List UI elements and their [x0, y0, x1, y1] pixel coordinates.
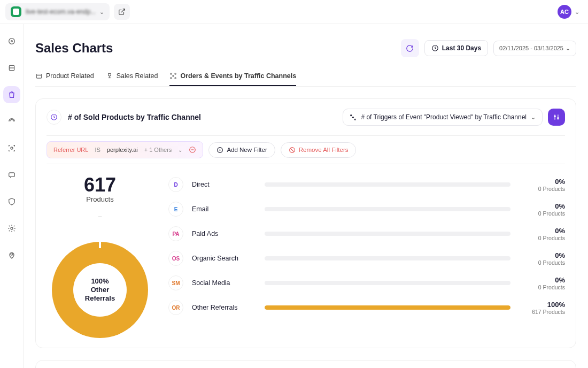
channel-badge: D: [168, 177, 183, 192]
nav-item-sales[interactable]: [3, 86, 20, 103]
nav-item-8[interactable]: [3, 247, 20, 264]
svg-point-25: [554, 116, 555, 117]
network-icon: [350, 114, 357, 121]
channel-pct: 0%: [519, 251, 565, 259]
date-range-picker[interactable]: 02/11/2025 - 03/13/2025 ⌄: [493, 41, 576, 56]
chevron-down-icon: ⌄: [531, 114, 536, 121]
tab-label: Sales Related: [117, 72, 158, 80]
filter-chip[interactable]: Referrer URL IS perplexity.ai + 1 Others…: [47, 141, 203, 158]
channel-badge: E: [168, 202, 183, 217]
donut-pct: 100%: [91, 277, 109, 286]
chevron-down-icon: ⌄: [178, 147, 182, 153]
panel-number-of-orders: Number of Orders by Traffic Channel Numb…: [35, 360, 576, 368]
tab-label: Product Related: [46, 72, 94, 80]
filter-extra: + 1 Others: [144, 147, 172, 153]
svg-rect-6: [9, 173, 14, 177]
project-logo-icon: [11, 6, 21, 17]
network-icon: [169, 72, 177, 80]
channel-bar: [265, 182, 510, 187]
channel-pct: 0%: [519, 202, 565, 210]
total-label: Products: [47, 195, 153, 203]
filter-key: Referrer URL: [53, 147, 88, 153]
user-menu[interactable]: AC ⌄: [558, 5, 579, 19]
tab-sales-related[interactable]: Sales Related: [106, 67, 158, 86]
channel-badge: OR: [168, 300, 183, 315]
svg-point-2: [11, 41, 12, 42]
nav-item-7[interactable]: [3, 220, 20, 237]
tab-orders-events[interactable]: Orders & Events by Traffic Channels: [169, 67, 296, 86]
svg-point-5: [11, 147, 13, 149]
channel-row: PAPaid Ads0%0 Products: [168, 226, 565, 241]
svg-point-15: [171, 73, 172, 74]
svg-line-33: [290, 148, 294, 152]
minus-circle-icon: [189, 146, 196, 154]
user-pin-icon: [7, 251, 16, 259]
svg-point-14: [173, 75, 174, 76]
panel-settings-button[interactable]: [548, 109, 565, 126]
channel-bar: [265, 281, 510, 285]
refresh-icon: [406, 44, 414, 52]
chevron-down-icon: ⌄: [566, 45, 570, 52]
external-link-icon: [118, 8, 126, 16]
date-range-text: 02/11/2025 - 03/13/2025: [499, 45, 563, 51]
total-value: 617: [47, 174, 153, 196]
donut-label-2: Referrals: [85, 294, 115, 303]
channel-bar: [265, 207, 510, 211]
filter-op: IS: [95, 147, 100, 153]
shield-icon: [7, 197, 16, 206]
variant-label: # of Triggers of Event "Product Viewed" …: [361, 113, 527, 121]
channel-bar: [265, 256, 510, 260]
remove-filter-button[interactable]: [189, 146, 196, 154]
target-icon: [7, 37, 16, 45]
gear-icon: [7, 224, 16, 233]
channel-badge: PA: [168, 226, 183, 241]
ban-icon: [289, 147, 296, 154]
open-external-button[interactable]: [114, 4, 130, 20]
channel-name: Social Media: [192, 279, 256, 287]
tab-label: Orders & Events by Traffic Channels: [180, 72, 296, 80]
svg-point-16: [175, 73, 176, 74]
cube-icon: [7, 64, 16, 72]
channel-row: OROther Referrals100%617 Products: [168, 300, 565, 315]
svg-point-22: [355, 119, 356, 120]
nav-item-5[interactable]: [3, 166, 20, 183]
channel-bar: [265, 232, 510, 236]
add-filter-button[interactable]: Add New Filter: [208, 142, 275, 158]
scan-icon: [7, 144, 16, 152]
range-label: Last 30 Days: [442, 44, 481, 52]
clock-icon: [50, 113, 58, 121]
remove-filters-label: Remove All Filters: [299, 147, 349, 153]
date-range-preset[interactable]: Last 30 Days: [424, 40, 488, 56]
chevron-down-icon: ⌄: [575, 9, 579, 16]
add-filter-label: Add New Filter: [227, 147, 267, 153]
nav-item-4[interactable]: [3, 140, 20, 157]
panel-title: # of Sold Products by Traffic Channel: [68, 113, 201, 121]
nav-item-3[interactable]: [3, 113, 20, 130]
wave-icon: [7, 117, 16, 126]
nav-item-2[interactable]: [3, 59, 20, 76]
channel-name: Email: [192, 205, 256, 213]
channel-pct: 0%: [519, 276, 565, 284]
refresh-button[interactable]: [401, 39, 419, 57]
total-delta: –: [47, 213, 153, 220]
channel-count: 0 Products: [519, 186, 565, 192]
svg-point-8: [11, 253, 13, 255]
tab-product-related[interactable]: Product Related: [35, 67, 94, 86]
panel-sold-products: # of Sold Products by Traffic Channel # …: [35, 98, 576, 348]
svg-point-26: [558, 118, 559, 119]
trophy-icon: [106, 72, 113, 80]
svg-point-1: [9, 39, 14, 44]
svg-point-21: [351, 114, 352, 116]
plus-circle-icon: [216, 147, 223, 154]
remove-all-filters-button[interactable]: Remove All Filters: [281, 142, 357, 158]
chevron-down-icon: ⌄: [99, 9, 104, 16]
panel-icon: [47, 110, 61, 125]
channel-name: Paid Ads: [192, 230, 256, 237]
channel-badge: SM: [168, 275, 183, 290]
nav-item-6[interactable]: [3, 193, 20, 210]
project-switcher[interactable]: live-test-ecom.va-endp... ⌄: [5, 3, 110, 20]
nav-item-1[interactable]: [3, 33, 20, 50]
page-title: Sales Charts: [35, 41, 401, 56]
chart-variant-select[interactable]: # of Triggers of Event "Product Viewed" …: [343, 109, 543, 126]
channel-name: Organic Search: [192, 255, 256, 262]
